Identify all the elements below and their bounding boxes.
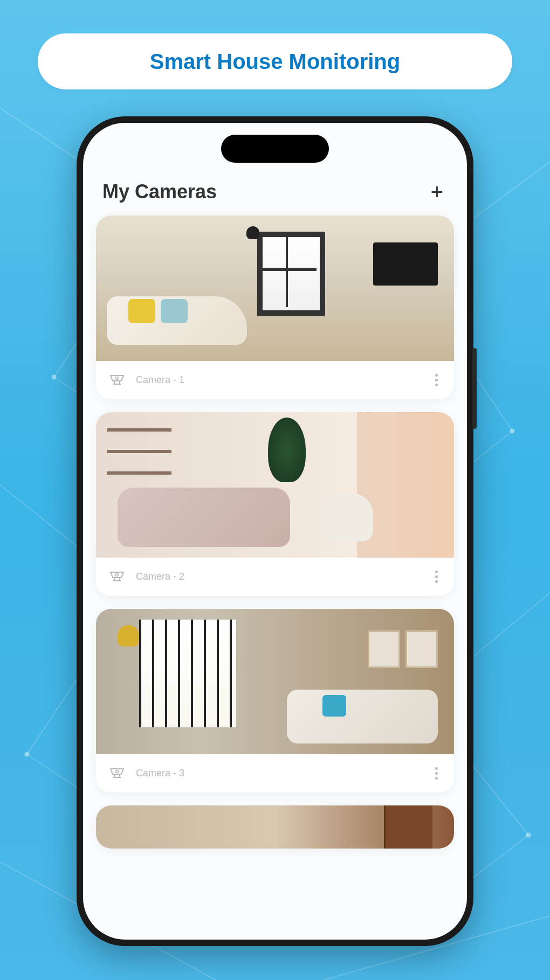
camera-card[interactable]: Camera - 2 [96, 412, 454, 596]
dynamic-island [221, 135, 329, 163]
camera-card[interactable] [96, 805, 454, 849]
header-row: My Cameras + [96, 175, 454, 216]
banner-title-pill: Smart House Monitoring [38, 33, 512, 89]
camera-footer: Camera - 1 [96, 361, 454, 399]
camera-footer: Camera - 2 [96, 558, 454, 596]
svg-point-19 [510, 429, 514, 433]
svg-point-15 [52, 375, 56, 379]
phone-side-button [472, 348, 477, 429]
camera-preview-thumbnail[interactable] [96, 216, 454, 361]
phone-frame: My Cameras + Camera - 1 [77, 116, 473, 946]
camera-label: Camera - 1 [136, 374, 421, 386]
page-title: My Cameras [102, 180, 217, 203]
camera-card[interactable]: Camera - 3 [96, 609, 454, 793]
svg-point-21 [526, 833, 531, 837]
add-camera-button[interactable]: + [427, 179, 448, 205]
svg-point-17 [25, 752, 29, 756]
banner-title-text: Smart House Monitoring [150, 50, 400, 74]
camera-label: Camera - 3 [136, 768, 421, 779]
plus-icon: + [431, 180, 443, 204]
camera-icon [109, 767, 125, 780]
camera-preview-thumbnail[interactable] [96, 805, 454, 849]
phone-screen: My Cameras + Camera - 1 [83, 123, 467, 940]
more-options-button[interactable] [432, 567, 441, 586]
camera-footer: Camera - 3 [96, 754, 454, 793]
more-options-button[interactable] [432, 764, 441, 783]
svg-point-24 [116, 770, 119, 773]
svg-point-22 [116, 377, 119, 379]
camera-label: Camera - 2 [136, 571, 421, 582]
camera-card[interactable]: Camera - 1 [96, 216, 454, 399]
more-options-button[interactable] [432, 371, 441, 390]
camera-preview-thumbnail[interactable] [96, 412, 454, 558]
svg-point-23 [116, 573, 119, 576]
app-content: My Cameras + Camera - 1 [83, 175, 467, 940]
more-vertical-icon [435, 571, 438, 573]
more-vertical-icon [435, 374, 438, 377]
camera-icon [109, 571, 125, 583]
camera-preview-thumbnail[interactable] [96, 609, 454, 754]
camera-icon [109, 374, 125, 387]
more-vertical-icon [435, 767, 438, 770]
